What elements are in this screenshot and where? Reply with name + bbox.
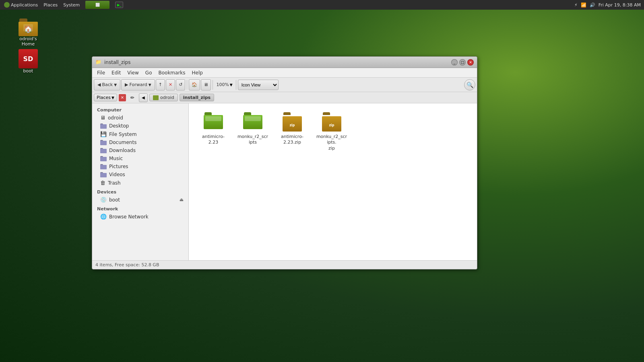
file-label: antimicro-2.23: [198, 134, 229, 146]
file-item-monku-zip[interactable]: zip monku_r2_scripts.zip: [314, 110, 350, 154]
taskbar: Applications Places System ⬜ ▶_ ⚡ 📶: [0, 0, 644, 10]
taskbar-tray: ⚡ 📶 🔊 Fri Apr 19, 8:38 AM: [574, 2, 644, 8]
titlebar[interactable]: 📁 install_zips _ □ ✕: [92, 57, 477, 68]
toolbar: ◀ Back ▼ ▶ Forward ▼ ↑ ✕ ↺ 🏠: [92, 78, 477, 92]
home-symbol-icon: 🏠: [24, 25, 33, 33]
applications-icon: [4, 2, 10, 8]
computer-button[interactable]: 🖥: [201, 79, 211, 90]
file-label: antimicro-2.23.zip: [277, 134, 308, 146]
file-label: monku_r2_scripts.zip: [316, 134, 347, 151]
sidebar-item-browse-network[interactable]: 🌐 Browse Network: [92, 212, 188, 221]
network-browse-icon: 🌐: [100, 214, 107, 220]
menu-help[interactable]: Help: [189, 69, 206, 76]
taskbar-filemanager[interactable]: ⬜: [83, 0, 112, 10]
file-item-antimicro-dir[interactable]: antimicro-2.23: [195, 110, 231, 154]
places-dropdown[interactable]: Places ▼: [94, 94, 117, 101]
sidebar-item-pictures[interactable]: Pictures: [92, 162, 188, 171]
sidebar: Computer 🖥 odroid Desktop 💾 File System: [92, 103, 189, 260]
menu-file[interactable]: File: [94, 69, 108, 76]
sidebar-item-odroid[interactable]: 🖥 odroid: [92, 113, 188, 122]
trash-icon: 🗑: [100, 180, 105, 186]
sidebar-section-devices: Devices: [92, 187, 188, 195]
forward-dropdown-icon: ▼: [149, 83, 151, 87]
location-edit-button[interactable]: ✏: [128, 93, 137, 102]
search-button[interactable]: 🔍: [464, 79, 475, 90]
sidebar-item-videos[interactable]: Videos: [92, 171, 188, 179]
toolbar-sep1: [187, 80, 187, 90]
taskbar-places[interactable]: Places: [41, 2, 60, 8]
pencil-icon: ✏: [130, 95, 134, 101]
breadcrumb-folder-icon: [153, 95, 159, 100]
minimize-button[interactable]: _: [451, 59, 458, 66]
locationbar: Places ▼ ✕ ✏ ◀ odroid install_zips: [92, 92, 477, 103]
places-chevron-icon: ▼: [111, 96, 114, 100]
drive-icon: 💿: [100, 197, 107, 203]
maximize-button[interactable]: □: [459, 59, 466, 66]
search-icon: 🔍: [466, 82, 473, 88]
computer-sidebar-icon: 🖥: [100, 115, 105, 121]
file-view: antimicro-2.23 monku_r2_scripts: [189, 103, 477, 260]
zip-icon: zip: [322, 112, 341, 132]
titlebar-title: install_zips: [104, 60, 451, 65]
sidebar-item-downloads[interactable]: Downloads: [92, 146, 188, 154]
titlebar-icon: 📁: [95, 59, 102, 66]
location-back-button[interactable]: ◀: [139, 93, 148, 102]
breadcrumb-odroid[interactable]: odroid: [149, 94, 178, 101]
sidebar-item-desktop[interactable]: Desktop: [92, 122, 188, 130]
sidebar-item-boot[interactable]: 💿 boot ⏏: [92, 195, 188, 204]
statusbar: 4 items, Free space: 52.8 GB: [92, 260, 477, 269]
main-content: Computer 🖥 odroid Desktop 💾 File System: [92, 103, 477, 260]
toolbar-sep2: [213, 80, 213, 90]
titlebar-buttons: _ □ ✕: [451, 59, 474, 66]
network-icon: 📶: [581, 2, 586, 8]
menubar: File Edit View Go Bookmarks Help: [92, 68, 477, 78]
home-button[interactable]: 🏠: [189, 79, 200, 90]
sidebar-item-filesystem[interactable]: 💾 File System: [92, 130, 188, 138]
menu-go[interactable]: Go: [142, 69, 155, 76]
location-back-arrow-icon: ◀: [142, 95, 145, 100]
taskbar-terminal[interactable]: ▶_: [113, 1, 126, 9]
sidebar-section-computer: Computer: [92, 105, 188, 113]
file-item-monku-dir[interactable]: monku_r2_scripts: [235, 110, 271, 154]
stop-icon: ✕: [169, 82, 172, 87]
desktop: Applications Places System ⬜ ▶_ ⚡ 📶: [0, 0, 644, 362]
back-button[interactable]: ◀ Back ▼: [94, 79, 120, 90]
up-button[interactable]: ↑: [156, 79, 165, 90]
desktop-icon-home[interactable]: 🏠 odroid's Home: [12, 17, 44, 48]
sidebar-item-music[interactable]: Music: [92, 154, 188, 162]
stop-button[interactable]: ✕: [166, 79, 175, 90]
sidebar-item-documents[interactable]: Documents: [92, 138, 188, 146]
eject-button[interactable]: ⏏: [178, 196, 185, 204]
sd-icon: [19, 49, 38, 68]
reload-icon: ↺: [179, 82, 182, 87]
status-text: 4 items, Free space: 52.8 GB: [95, 262, 159, 267]
close-button[interactable]: ✕: [467, 59, 474, 66]
back-arrow-icon: ◀: [97, 82, 101, 87]
menu-bookmarks[interactable]: Bookmarks: [155, 69, 188, 76]
location-close-button[interactable]: ✕: [119, 94, 126, 101]
taskbar-applications[interactable]: Applications: [2, 1, 40, 8]
menu-view[interactable]: View: [124, 69, 142, 76]
reload-button[interactable]: ↺: [176, 79, 185, 90]
back-dropdown-icon: ▼: [114, 83, 117, 87]
file-manager-window: 📁 install_zips _ □ ✕ File Edit View Go B…: [92, 56, 477, 269]
clock: Fri Apr 19, 8:38 AM: [599, 2, 641, 8]
desktop-icon-boot[interactable]: boot: [12, 47, 44, 75]
view-mode-select[interactable]: Icon View List View Compact View: [238, 80, 279, 90]
green-folder-icon: [204, 112, 223, 129]
file-item-antimicro-zip[interactable]: zip antimicro-2.23.zip: [274, 110, 310, 154]
menu-edit[interactable]: Edit: [108, 69, 124, 76]
green-folder-icon: [243, 112, 262, 129]
bluetooth-icon: ⚡: [574, 2, 578, 8]
file-label: monku_r2_scripts: [237, 134, 268, 146]
forward-arrow-icon: ▶: [125, 82, 128, 87]
zoom-dropdown-icon: ▼: [230, 83, 233, 87]
breadcrumb-install-zips[interactable]: install_zips: [180, 94, 214, 101]
sidebar-item-trash[interactable]: 🗑 Trash: [92, 179, 188, 187]
sidebar-section-network: Network: [92, 204, 188, 212]
zoom-level: 100%: [216, 82, 229, 87]
taskbar-system[interactable]: System: [61, 2, 82, 8]
forward-button[interactable]: ▶ Forward ▼: [121, 79, 155, 90]
computer-icon: 🖥: [204, 82, 208, 87]
boot-icon-label: boot: [23, 68, 33, 74]
